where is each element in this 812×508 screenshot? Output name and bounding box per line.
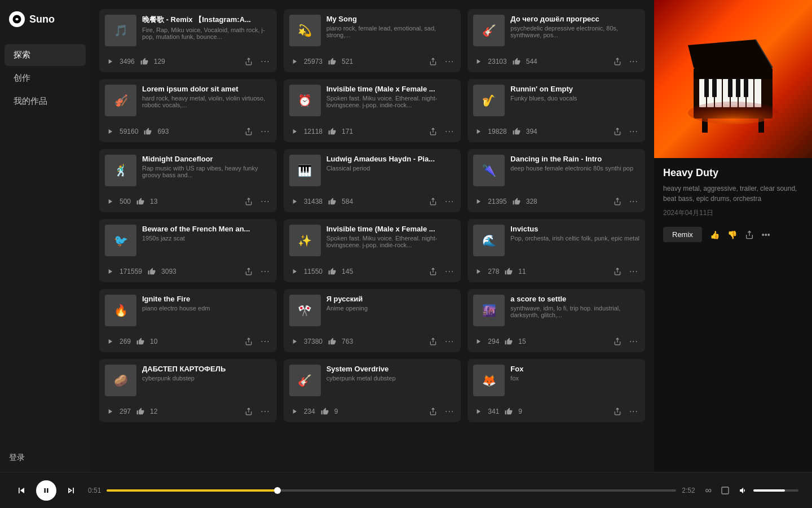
track-card[interactable]: 🥔 ДАБСТЕП КАРТОФЕЛЬ cyberpunk dubstep 29… [99, 359, 277, 422]
previous-button[interactable] [14, 483, 29, 498]
like-button[interactable] [327, 126, 337, 137]
play-button[interactable] [473, 406, 483, 417]
like-button[interactable] [320, 406, 330, 417]
more-options-button[interactable]: ··· [259, 125, 271, 138]
track-card[interactable]: 🔥 Ignite the Fire piano electro house ed… [99, 289, 277, 352]
track-card[interactable]: ✨ Invisible time (Male x Female ... Spok… [284, 219, 461, 282]
more-options-button[interactable]: ··· [444, 195, 455, 208]
more-options-button[interactable]: ··· [628, 265, 639, 278]
track-card[interactable]: 💫 My Song piano rock, female lead, emoti… [284, 9, 461, 72]
more-options-button[interactable]: ··· [628, 195, 639, 208]
play-button[interactable] [289, 266, 299, 277]
track-card[interactable]: 🌊 Invictus Pop, orchesta, irish celtic f… [467, 219, 645, 282]
dislike-button[interactable]: 👎 [726, 229, 738, 240]
like-button[interactable] [327, 56, 337, 67]
share-button[interactable] [744, 229, 755, 240]
share-button[interactable] [428, 56, 438, 67]
loop-button[interactable]: ∞ [704, 484, 713, 497]
share-button[interactable] [612, 196, 623, 207]
sidebar-item-explore[interactable]: 探索 [5, 44, 86, 66]
share-button[interactable] [244, 196, 254, 207]
share-button[interactable] [428, 336, 438, 347]
share-button[interactable] [244, 56, 254, 67]
track-card[interactable]: 🎸 До чего дошёл прогресс psychedelic dep… [467, 9, 645, 72]
like-button[interactable] [139, 56, 149, 67]
share-button[interactable] [612, 336, 623, 347]
like-button[interactable] [135, 336, 145, 347]
more-options-button[interactable]: ··· [259, 265, 271, 278]
share-button[interactable] [428, 196, 438, 207]
track-card[interactable]: 🎹 Ludwig Amadeus Haydn - Pia... Classica… [284, 149, 461, 212]
play-button[interactable] [105, 336, 115, 347]
sidebar-item-myworks[interactable]: 我的作品 [5, 90, 86, 112]
like-button[interactable] [135, 196, 145, 207]
more-options-button[interactable]: ··· [444, 265, 455, 278]
more-options-button[interactable]: ··· [259, 55, 271, 68]
play-button[interactable] [105, 266, 115, 277]
play-button[interactable] [289, 406, 299, 417]
like-button[interactable] [135, 406, 145, 417]
track-card[interactable]: 🎌 Я русский Anime opening 37380 763 [284, 289, 461, 352]
track-card[interactable]: 🎵 晚餐歌 - Remix 【Instagram:A... Fire, Rap,… [99, 9, 277, 72]
more-options-button[interactable]: ··· [628, 55, 639, 68]
play-button[interactable] [473, 56, 483, 67]
more-options-button[interactable]: ··· [444, 125, 455, 138]
play-button[interactable] [289, 336, 299, 347]
share-button[interactable] [428, 126, 438, 137]
remix-button[interactable]: Remix [663, 227, 702, 242]
track-card[interactable]: 🎸 System Overdrive cyberpunk metal dubst… [284, 359, 461, 422]
play-pause-button[interactable] [36, 480, 56, 501]
more-button[interactable]: ••• [761, 229, 771, 240]
like-button[interactable] [327, 336, 337, 347]
share-button[interactable] [244, 406, 254, 417]
sidebar-item-create[interactable]: 创作 [5, 67, 86, 89]
play-button[interactable] [473, 266, 483, 277]
play-button[interactable] [289, 196, 299, 207]
next-button[interactable] [63, 483, 79, 498]
share-button[interactable] [244, 336, 254, 347]
like-button[interactable] [511, 196, 522, 207]
like-button[interactable] [504, 406, 514, 417]
shuffle-button[interactable] [720, 485, 731, 496]
play-button[interactable] [473, 196, 483, 207]
like-button[interactable] [504, 336, 514, 347]
play-button[interactable] [473, 336, 483, 347]
more-options-button[interactable]: ··· [628, 335, 639, 348]
more-options-button[interactable]: ··· [628, 405, 639, 418]
like-button[interactable] [327, 196, 337, 207]
track-card[interactable]: ⏰ Invisible time (Male x Female ... Spok… [284, 79, 461, 142]
more-options-button[interactable]: ··· [259, 335, 271, 348]
play-button[interactable] [105, 196, 115, 207]
play-button[interactable] [289, 126, 299, 137]
like-button[interactable] [143, 126, 153, 137]
track-card[interactable]: 🎻 Lorem ipsum dolor sit amet hard rock, … [99, 79, 277, 142]
share-button[interactable] [612, 56, 623, 67]
track-card[interactable]: 🐦 Beware of the French Men an... 1950s j… [99, 219, 277, 282]
volume-icon[interactable] [738, 485, 749, 496]
track-card[interactable]: 🌆 a score to settle synthwave, idm, lo f… [467, 289, 645, 352]
volume-bar[interactable] [753, 489, 798, 492]
more-options-button[interactable]: ··· [259, 195, 271, 208]
share-button[interactable] [428, 406, 438, 417]
share-button[interactable] [612, 126, 623, 137]
like-button[interactable] [327, 266, 337, 277]
login-button[interactable]: 登录 [9, 453, 81, 463]
like-button[interactable] [504, 266, 514, 277]
play-button[interactable] [105, 126, 115, 137]
like-button[interactable] [511, 126, 522, 137]
share-button[interactable] [612, 266, 623, 277]
play-button[interactable] [105, 56, 115, 67]
more-options-button[interactable]: ··· [444, 55, 455, 68]
share-button[interactable] [428, 266, 438, 277]
play-button[interactable] [473, 126, 483, 137]
play-button[interactable] [105, 406, 115, 417]
share-button[interactable] [612, 406, 623, 417]
more-options-button[interactable]: ··· [628, 125, 639, 138]
play-button[interactable] [289, 56, 299, 67]
progress-bar[interactable] [107, 489, 676, 492]
like-button[interactable]: 👍 [709, 229, 721, 240]
share-button[interactable] [244, 266, 254, 277]
track-card[interactable]: 🎷 Runnin' on Empty Funky blues, duo voca… [467, 79, 645, 142]
more-options-button[interactable]: ··· [259, 405, 271, 418]
track-card[interactable]: 🌂 Dancing in the Rain - Intro deep house… [467, 149, 645, 212]
